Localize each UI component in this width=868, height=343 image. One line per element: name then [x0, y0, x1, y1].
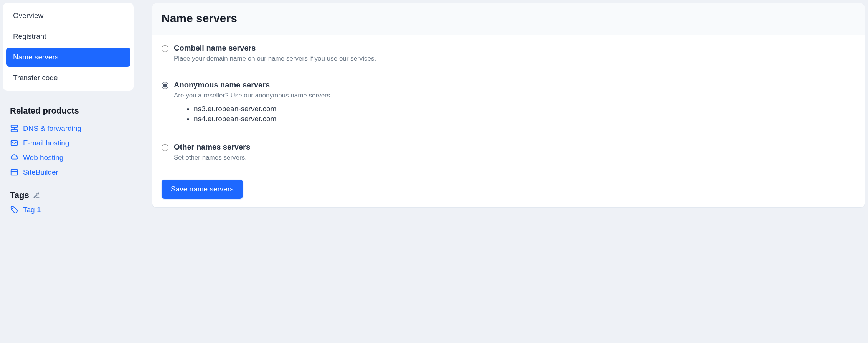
server-entry: ns4.european-server.com: [194, 115, 855, 123]
related-item-web-hosting[interactable]: Web hosting: [10, 150, 127, 165]
option-title: Anonymous name servers: [174, 81, 855, 89]
tag-label: Tag 1: [23, 206, 41, 214]
radio-combell[interactable]: [162, 45, 168, 52]
radio-anonymous[interactable]: [162, 82, 168, 89]
related-item-label: SiteBuilder: [23, 168, 58, 176]
tag-item[interactable]: Tag 1: [3, 203, 134, 216]
sidebar-item-name-servers[interactable]: Name servers: [6, 48, 130, 67]
tag-icon: [10, 206, 18, 214]
cloud-icon: [10, 153, 18, 162]
sidebar-item-overview[interactable]: Overview: [6, 6, 130, 25]
tags-title: Tags: [10, 190, 29, 200]
related-item-label: E-mail hosting: [23, 139, 69, 147]
related-item-label: DNS & forwarding: [23, 124, 81, 133]
option-desc: Are you a reseller? Use our anonymous na…: [174, 92, 855, 99]
dns-icon: [10, 124, 18, 133]
radio-other[interactable]: [162, 144, 168, 151]
option-anonymous[interactable]: Anonymous name servers Are you a reselle…: [152, 72, 865, 134]
svg-point-6: [12, 208, 13, 209]
sidebar-nav: Overview Registrant Name servers Transfe…: [3, 3, 134, 91]
option-content: Other names servers Set other names serv…: [174, 143, 855, 162]
sidebar-item-registrant[interactable]: Registrant: [6, 27, 130, 46]
related-products-list: DNS & forwarding E-mail hosting Web host…: [3, 121, 134, 180]
window-icon: [10, 168, 18, 176]
related-products-title: Related products: [3, 106, 134, 121]
main-content: Name servers Combell name servers Place …: [152, 3, 865, 216]
mail-icon: [10, 139, 18, 147]
panel-header: Name servers: [152, 3, 865, 35]
name-servers-panel: Name servers Combell name servers Place …: [152, 3, 865, 208]
related-item-sitebuilder[interactable]: SiteBuilder: [10, 165, 127, 180]
option-title: Combell name servers: [174, 44, 855, 53]
server-entry: ns3.european-server.com: [194, 105, 855, 113]
option-desc: Set other names servers.: [174, 154, 855, 162]
related-item-dns-forwarding[interactable]: DNS & forwarding: [10, 121, 127, 136]
save-button[interactable]: Save name servers: [162, 180, 243, 199]
related-item-label: Web hosting: [23, 153, 63, 162]
anonymous-server-list: ns3.european-server.com ns4.european-ser…: [194, 105, 855, 123]
svg-rect-4: [11, 170, 18, 175]
option-content: Anonymous name servers Are you a reselle…: [174, 81, 855, 125]
panel-title: Name servers: [162, 12, 855, 25]
option-desc: Place your domain name on our name serve…: [174, 55, 855, 63]
pencil-icon[interactable]: [33, 192, 40, 199]
option-content: Combell name servers Place your domain n…: [174, 44, 855, 63]
option-combell[interactable]: Combell name servers Place your domain n…: [152, 35, 865, 72]
tags-header: Tags: [3, 180, 134, 203]
save-area: Save name servers: [152, 171, 865, 207]
sidebar-item-transfer-code[interactable]: Transfer code: [6, 68, 130, 87]
related-item-email-hosting[interactable]: E-mail hosting: [10, 136, 127, 150]
sidebar: Overview Registrant Name servers Transfe…: [3, 3, 134, 216]
option-title: Other names servers: [174, 143, 855, 152]
option-other[interactable]: Other names servers Set other names serv…: [152, 134, 865, 171]
